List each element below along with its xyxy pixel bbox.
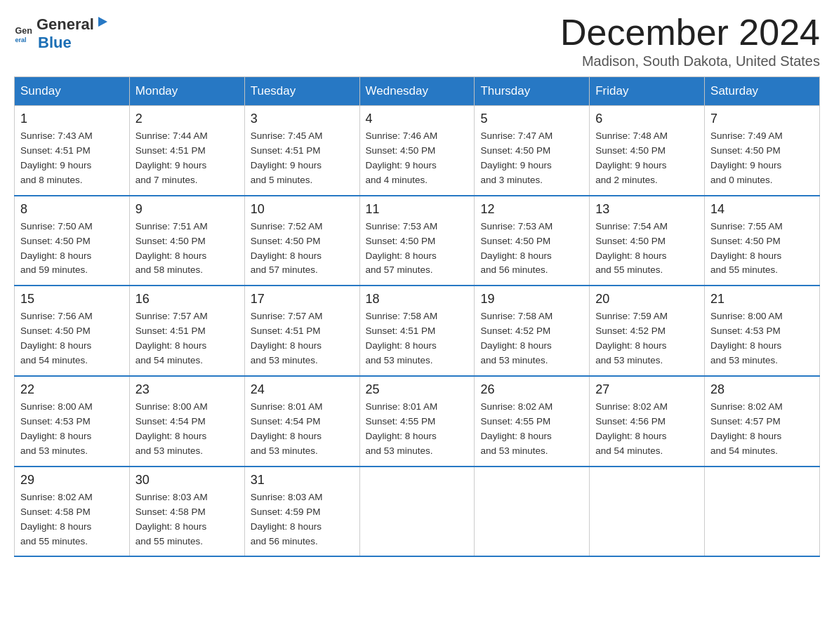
calendar-day-cell: 24Sunrise: 8:01 AM Sunset: 4:54 PM Dayli… [244, 376, 359, 467]
calendar-week-row: 29Sunrise: 8:02 AM Sunset: 4:58 PM Dayli… [15, 467, 820, 557]
day-number: 4 [366, 112, 469, 126]
day-number: 24 [251, 382, 354, 397]
day-number: 12 [480, 202, 583, 217]
day-info: Sunrise: 8:02 AM Sunset: 4:58 PM Dayligh… [20, 490, 124, 549]
logo: Gen eral General Blue [14, 14, 111, 52]
calendar-table: SundayMondayTuesdayWednesdayThursdayFrid… [14, 76, 820, 557]
day-info: Sunrise: 7:44 AM Sunset: 4:51 PM Dayligh… [135, 129, 239, 188]
day-info: Sunrise: 7:53 AM Sunset: 4:50 PM Dayligh… [366, 220, 469, 279]
calendar-week-row: 22Sunrise: 8:00 AM Sunset: 4:53 PM Dayli… [15, 376, 820, 467]
calendar-day-cell: 16Sunrise: 7:57 AM Sunset: 4:51 PM Dayli… [129, 286, 244, 376]
day-number: 13 [595, 202, 699, 217]
day-info: Sunrise: 8:00 AM Sunset: 4:53 PM Dayligh… [710, 309, 814, 368]
calendar-day-cell: 26Sunrise: 8:02 AM Sunset: 4:55 PM Dayli… [475, 376, 590, 467]
day-info: Sunrise: 7:47 AM Sunset: 4:50 PM Dayligh… [480, 129, 583, 188]
calendar-day-cell: 14Sunrise: 7:55 AM Sunset: 4:50 PM Dayli… [705, 196, 820, 286]
svg-marker-2 [98, 17, 107, 27]
calendar-day-cell: 15Sunrise: 7:56 AM Sunset: 4:50 PM Dayli… [15, 286, 130, 376]
weekday-header-row: SundayMondayTuesdayWednesdayThursdayFrid… [15, 77, 820, 106]
title-block: December 2024 Madison, South Dakota, Uni… [560, 14, 820, 69]
day-info: Sunrise: 8:02 AM Sunset: 4:56 PM Dayligh… [595, 400, 699, 459]
day-info: Sunrise: 7:52 AM Sunset: 4:50 PM Dayligh… [251, 220, 354, 279]
day-number: 26 [480, 382, 583, 397]
calendar-day-cell [475, 467, 590, 557]
weekday-header-wednesday: Wednesday [359, 77, 475, 106]
page-header: Gen eral General Blue December 2024 Madi… [14, 14, 820, 69]
day-number: 10 [251, 202, 354, 217]
day-number: 15 [20, 292, 124, 307]
day-info: Sunrise: 8:01 AM Sunset: 4:54 PM Dayligh… [251, 400, 354, 459]
calendar-day-cell: 4Sunrise: 7:46 AM Sunset: 4:50 PM Daylig… [359, 106, 475, 196]
day-number: 28 [710, 382, 814, 397]
day-number: 7 [710, 112, 814, 126]
calendar-day-cell: 29Sunrise: 8:02 AM Sunset: 4:58 PM Dayli… [15, 467, 130, 557]
day-number: 14 [710, 202, 814, 217]
day-info: Sunrise: 8:02 AM Sunset: 4:55 PM Dayligh… [480, 400, 583, 459]
day-info: Sunrise: 8:02 AM Sunset: 4:57 PM Dayligh… [710, 400, 814, 459]
calendar-day-cell: 9Sunrise: 7:51 AM Sunset: 4:50 PM Daylig… [129, 196, 244, 286]
weekday-header-tuesday: Tuesday [244, 77, 359, 106]
calendar-day-cell: 25Sunrise: 8:01 AM Sunset: 4:55 PM Dayli… [359, 376, 475, 467]
calendar-day-cell [705, 467, 820, 557]
calendar-day-cell: 17Sunrise: 7:57 AM Sunset: 4:51 PM Dayli… [244, 286, 359, 376]
logo-text-blue: Blue [38, 34, 72, 51]
calendar-day-cell: 2Sunrise: 7:44 AM Sunset: 4:51 PM Daylig… [129, 106, 244, 196]
day-info: Sunrise: 7:59 AM Sunset: 4:52 PM Dayligh… [595, 309, 699, 368]
weekday-header-monday: Monday [129, 77, 244, 106]
calendar-day-cell: 21Sunrise: 8:00 AM Sunset: 4:53 PM Dayli… [705, 286, 820, 376]
calendar-day-cell: 18Sunrise: 7:58 AM Sunset: 4:51 PM Dayli… [359, 286, 475, 376]
day-info: Sunrise: 7:53 AM Sunset: 4:50 PM Dayligh… [480, 220, 583, 279]
day-info: Sunrise: 7:46 AM Sunset: 4:50 PM Dayligh… [366, 129, 469, 188]
day-info: Sunrise: 7:56 AM Sunset: 4:50 PM Dayligh… [20, 309, 124, 368]
calendar-day-cell: 31Sunrise: 8:03 AM Sunset: 4:59 PM Dayli… [244, 467, 359, 557]
calendar-day-cell: 1Sunrise: 7:43 AM Sunset: 4:51 PM Daylig… [15, 106, 130, 196]
day-number: 19 [480, 292, 583, 307]
day-number: 5 [480, 112, 583, 126]
day-number: 23 [135, 382, 239, 397]
day-number: 20 [595, 292, 699, 307]
calendar-day-cell: 28Sunrise: 8:02 AM Sunset: 4:57 PM Dayli… [705, 376, 820, 467]
day-info: Sunrise: 8:01 AM Sunset: 4:55 PM Dayligh… [366, 400, 469, 459]
logo-arrow-icon [95, 14, 110, 29]
calendar-day-cell: 13Sunrise: 7:54 AM Sunset: 4:50 PM Dayli… [590, 196, 705, 286]
calendar-day-cell: 3Sunrise: 7:45 AM Sunset: 4:51 PM Daylig… [244, 106, 359, 196]
day-info: Sunrise: 7:58 AM Sunset: 4:51 PM Dayligh… [366, 309, 469, 368]
location-subtitle: Madison, South Dakota, United States [560, 53, 820, 69]
weekday-header-friday: Friday [590, 77, 705, 106]
day-info: Sunrise: 7:43 AM Sunset: 4:51 PM Dayligh… [20, 129, 124, 188]
day-number: 18 [366, 292, 469, 307]
day-number: 27 [595, 382, 699, 397]
day-number: 2 [135, 112, 239, 126]
weekday-header-thursday: Thursday [475, 77, 590, 106]
day-number: 11 [366, 202, 469, 217]
day-number: 21 [710, 292, 814, 307]
day-number: 25 [366, 382, 469, 397]
logo-text-general: General [37, 15, 94, 34]
day-info: Sunrise: 7:45 AM Sunset: 4:51 PM Dayligh… [251, 129, 354, 188]
calendar-day-cell: 7Sunrise: 7:49 AM Sunset: 4:50 PM Daylig… [705, 106, 820, 196]
day-number: 31 [251, 473, 354, 488]
weekday-header-saturday: Saturday [705, 77, 820, 106]
day-info: Sunrise: 7:58 AM Sunset: 4:52 PM Dayligh… [480, 309, 583, 368]
day-info: Sunrise: 7:51 AM Sunset: 4:50 PM Dayligh… [135, 220, 239, 279]
day-info: Sunrise: 7:57 AM Sunset: 4:51 PM Dayligh… [251, 309, 354, 368]
calendar-day-cell: 12Sunrise: 7:53 AM Sunset: 4:50 PM Dayli… [475, 196, 590, 286]
day-info: Sunrise: 8:00 AM Sunset: 4:53 PM Dayligh… [20, 400, 124, 459]
calendar-day-cell: 8Sunrise: 7:50 AM Sunset: 4:50 PM Daylig… [15, 196, 130, 286]
day-info: Sunrise: 8:03 AM Sunset: 4:59 PM Dayligh… [251, 490, 354, 549]
day-number: 16 [135, 292, 239, 307]
calendar-day-cell: 20Sunrise: 7:59 AM Sunset: 4:52 PM Dayli… [590, 286, 705, 376]
calendar-day-cell: 11Sunrise: 7:53 AM Sunset: 4:50 PM Dayli… [359, 196, 475, 286]
calendar-week-row: 15Sunrise: 7:56 AM Sunset: 4:50 PM Dayli… [15, 286, 820, 376]
calendar-day-cell: 27Sunrise: 8:02 AM Sunset: 4:56 PM Dayli… [590, 376, 705, 467]
day-number: 1 [20, 112, 124, 126]
calendar-day-cell: 22Sunrise: 8:00 AM Sunset: 4:53 PM Dayli… [15, 376, 130, 467]
day-info: Sunrise: 7:50 AM Sunset: 4:50 PM Dayligh… [20, 220, 124, 279]
day-number: 29 [20, 473, 124, 488]
calendar-day-cell: 6Sunrise: 7:48 AM Sunset: 4:50 PM Daylig… [590, 106, 705, 196]
calendar-week-row: 8Sunrise: 7:50 AM Sunset: 4:50 PM Daylig… [15, 196, 820, 286]
month-title: December 2024 [560, 14, 820, 51]
day-number: 3 [251, 112, 354, 126]
svg-text:eral: eral [15, 36, 26, 43]
calendar-day-cell: 30Sunrise: 8:03 AM Sunset: 4:58 PM Dayli… [129, 467, 244, 557]
